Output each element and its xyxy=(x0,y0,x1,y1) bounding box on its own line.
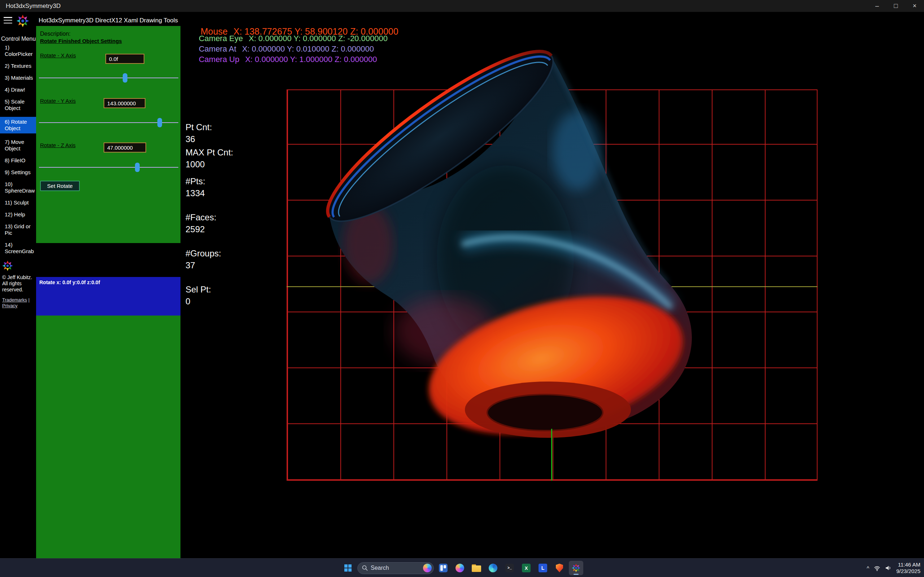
stat-value: 37 xyxy=(186,259,221,271)
tray-chevron-up-icon[interactable]: ^ xyxy=(867,565,869,571)
rotate-x-input[interactable] xyxy=(105,54,144,64)
sidebar-item-draw[interactable]: 4) Draw! xyxy=(0,87,36,93)
excel-button[interactable]: X xyxy=(519,561,533,575)
viewport-3d[interactable]: MouseX: 138.772675 Y: 58.900120 Z: 0.000… xyxy=(181,12,924,558)
stat-label: Sel Pt: xyxy=(186,284,211,295)
stat-label: Pt Cnt: xyxy=(186,121,212,133)
control-menu-sidebar: Control Menu 1) ColorPicker 2) Textures … xyxy=(0,12,36,558)
stat-value: 36 xyxy=(186,133,212,145)
sidebar-item-sculpt[interactable]: 11) Sculpt xyxy=(0,200,36,206)
rotate-x-slider[interactable] xyxy=(39,73,178,82)
file-explorer-button[interactable] xyxy=(469,561,484,575)
minimize-button[interactable]: – xyxy=(868,0,887,12)
copilot-button[interactable] xyxy=(452,561,467,575)
slider-track[interactable] xyxy=(39,167,178,168)
stat-value: 2592 xyxy=(186,223,216,235)
rotate-y-label: Rotate - Y Axis xyxy=(40,98,76,104)
panel-header-title: Hot3dxSymmetry3D DirectX12 Xaml Drawing … xyxy=(36,15,181,26)
stat-value: 1334 xyxy=(186,187,205,199)
privacy-link[interactable]: Privacy xyxy=(2,303,18,308)
stat-sel-pt: Sel Pt: 0 xyxy=(186,284,211,307)
trademarks-link[interactable]: Trademarks xyxy=(2,297,27,303)
copyright-text: © Jeff Kubitz. All rights reserved. xyxy=(0,274,36,293)
settings-panel: Hot3dxSymmetry3D DirectX12 Xaml Drawing … xyxy=(36,12,181,558)
stat-pts: #Pts: 1334 xyxy=(186,175,205,199)
rotate-status-pane: Rotate x: 0.0f y:0.0f z:0.0f xyxy=(36,277,181,316)
reference-grid xyxy=(287,89,817,481)
slider-thumb[interactable] xyxy=(135,163,140,172)
panel-lower-pane xyxy=(36,316,181,558)
start-button[interactable] xyxy=(341,561,355,575)
rotate-settings-link[interactable]: Rotate Finished Object Settings xyxy=(40,38,122,44)
edge-icon xyxy=(489,564,498,572)
copilot-icon xyxy=(456,564,464,572)
hamburger-menu-icon[interactable] xyxy=(3,17,12,23)
search-input[interactable]: Search xyxy=(357,562,434,574)
sidebar-item-grid-or-pic[interactable]: 13) Grid or Pic xyxy=(0,223,36,236)
stat-label: #Pts: xyxy=(186,175,205,187)
camera-up-coordinates: Camera UpX: 0.000000 Y: 1.000000 Z: 0.00… xyxy=(186,45,377,74)
window-title: Hot3dxSymmetry3D xyxy=(6,0,61,12)
widgets-button[interactable] xyxy=(436,561,451,575)
wifi-icon[interactable] xyxy=(874,565,880,571)
rotate-y-input[interactable] xyxy=(103,98,145,108)
sidebar-item-spheredraw[interactable]: 10) SphereDraw xyxy=(0,181,36,194)
stat-label: #Groups: xyxy=(186,247,221,259)
set-rotate-button[interactable]: Set Rotate xyxy=(40,181,80,191)
slider-thumb[interactable] xyxy=(123,73,128,82)
sidebar-item-help[interactable]: 12) Help xyxy=(0,211,36,218)
edge-button[interactable] xyxy=(486,561,500,575)
search-copilot-icon[interactable] xyxy=(423,564,432,572)
system-tray: ^ 11:46 AM 9/23/2025 xyxy=(867,559,921,577)
rotate-y-slider[interactable] xyxy=(39,118,178,127)
titlebar: Hot3dxSymmetry3D – □ × xyxy=(0,0,924,12)
rotate-z-slider[interactable] xyxy=(39,163,178,172)
axis-marker-vertical xyxy=(551,429,552,481)
sidebar-item-fileio[interactable]: 8) FileIO xyxy=(0,157,36,164)
taskbar: Search >_ X L xyxy=(0,558,924,577)
sidebar-item-screengrab[interactable]: 14) ScreenGrab xyxy=(0,242,36,255)
sidebar-item-colorpicker[interactable]: 1) ColorPicker xyxy=(0,44,36,57)
legal-links: Trademarks | Privacy xyxy=(0,297,36,309)
terminal-icon: >_ xyxy=(505,564,514,572)
description-label: Description: xyxy=(40,31,70,37)
slider-track[interactable] xyxy=(39,77,178,78)
sidebar-item-scale-object[interactable]: 5) Scale Object xyxy=(0,98,36,111)
terminal-button[interactable]: >_ xyxy=(502,561,517,575)
search-placeholder: Search xyxy=(371,565,420,571)
app-window: Hot3dxSymmetry3D – □ × Control Menu 1) C… xyxy=(0,0,924,577)
sidebar-item-settings[interactable]: 9) Settings xyxy=(0,169,36,176)
sidebar-item-rotate-object[interactable]: 6) Rotate Object xyxy=(0,117,36,134)
sidebar-item-materials[interactable]: 3) Materials xyxy=(0,75,36,81)
rotate-status-text: Rotate x: 0.0f y:0.0f z:0.0f xyxy=(39,279,100,285)
linqpad-button[interactable]: L xyxy=(536,561,550,575)
control-menu-list: 1) ColorPicker 2) Textures 3) Materials … xyxy=(0,44,36,309)
links-separator: | xyxy=(29,297,30,303)
rotate-z-input[interactable] xyxy=(103,142,146,153)
windows-logo-icon xyxy=(344,564,352,572)
linqpad-icon: L xyxy=(538,564,547,572)
sidebar-item-textures[interactable]: 2) Textures xyxy=(0,63,36,69)
security-button[interactable] xyxy=(552,561,567,575)
control-menu-title: Control Menu xyxy=(1,36,36,42)
hot3dx-app-button[interactable] xyxy=(569,561,583,575)
sidebar-item-move-object[interactable]: 7) Move Object xyxy=(0,139,36,152)
security-shield-icon xyxy=(556,564,563,572)
stat-groups: #Groups: 37 xyxy=(186,247,221,271)
stat-value: 0 xyxy=(186,295,211,307)
stat-label: MAX Pt Cnt: xyxy=(186,147,233,158)
close-button[interactable]: × xyxy=(905,0,924,12)
volume-icon[interactable] xyxy=(885,565,892,571)
clock-date: 9/23/2025 xyxy=(896,568,921,574)
file-explorer-icon xyxy=(472,564,481,572)
stat-label: #Faces: xyxy=(186,211,216,223)
taskbar-clock[interactable]: 11:46 AM 9/23/2025 xyxy=(896,561,921,574)
rotate-x-label: Rotate - X Axis xyxy=(40,52,76,58)
widgets-icon xyxy=(439,564,447,572)
maximize-button[interactable]: □ xyxy=(887,0,905,12)
slider-thumb[interactable] xyxy=(157,118,162,127)
excel-icon: X xyxy=(522,564,531,572)
app-logo-icon xyxy=(16,14,30,28)
taskbar-center-icons: Search >_ X L xyxy=(341,559,583,577)
rotate-z-label: Rotate - Z Axis xyxy=(40,142,76,148)
